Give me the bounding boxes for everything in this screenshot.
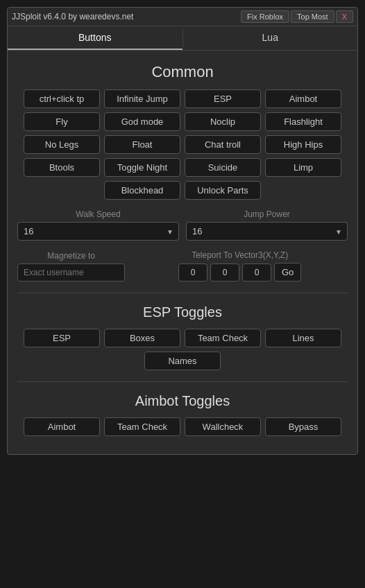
teleport-y-input[interactable] <box>210 263 239 282</box>
common-btn-13[interactable]: Toggle Night <box>104 158 180 177</box>
common-buttons-grid: ctrl+click tpInfinite JumpESPAimbotFlyGo… <box>17 89 348 200</box>
common-btn-8[interactable]: No Legs <box>24 135 100 154</box>
magnetize-teleport-row: Magnetize to Teleport To Vector3(X,Y,Z) … <box>17 250 348 282</box>
aimbot-btn-3[interactable]: Bypass <box>265 417 341 436</box>
divider-2 <box>17 381 348 382</box>
teleport-label: Teleport To Vector3(X,Y,Z) <box>192 250 288 260</box>
magnetize-input[interactable] <box>17 263 125 282</box>
tab-lua[interactable]: Lua <box>183 26 358 50</box>
aimbot-toggles-grid: AimbotTeam CheckWallcheckBypass <box>17 417 348 436</box>
divider-1 <box>17 293 348 293</box>
common-btn-6[interactable]: Noclip <box>185 112 261 131</box>
common-btn-16[interactable]: Blockhead <box>104 181 180 200</box>
app-title: JJSploit v6.4.0 by wearedevs.net <box>12 12 241 21</box>
common-btn-10[interactable]: Chat troll <box>185 135 261 154</box>
common-btn-7[interactable]: Flashlight <box>265 112 341 131</box>
walk-speed-label: Walk Speed <box>76 209 120 219</box>
common-btn-17[interactable]: Unlock Parts <box>185 181 261 200</box>
esp-btn-3[interactable]: Lines <box>265 329 341 347</box>
common-btn-2[interactable]: ESP <box>185 89 261 108</box>
common-btn-0[interactable]: ctrl+click tp <box>24 89 100 108</box>
fix-roblox-button[interactable]: Fix Roblox <box>241 10 289 23</box>
common-btn-1[interactable]: Infinite Jump <box>104 89 180 108</box>
tabs-bar: Buttons Lua <box>8 26 357 51</box>
speed-power-row: Walk Speed 163250100 ▼ Jump Power 163250… <box>17 209 348 241</box>
jump-power-group: Jump Power 163250100 ▼ <box>186 209 348 241</box>
esp-btn-4[interactable]: Names <box>144 352 221 370</box>
title-bar: JJSploit v6.4.0 by wearedevs.net Fix Rob… <box>8 8 357 26</box>
esp-btn-1[interactable]: Boxes <box>104 329 180 347</box>
common-btn-15[interactable]: Limp <box>265 158 341 177</box>
main-window: JJSploit v6.4.0 by wearedevs.net Fix Rob… <box>7 7 358 455</box>
common-btn-14[interactable]: Suicide <box>185 158 261 177</box>
magnetize-group: Magnetize to <box>17 251 125 282</box>
top-most-button[interactable]: Top Most <box>291 10 334 23</box>
walk-speed-select[interactable]: 163250100 <box>17 222 179 241</box>
aimbot-btn-1[interactable]: Team Check <box>104 417 180 436</box>
common-btn-4[interactable]: Fly <box>24 112 100 131</box>
common-btn-5[interactable]: God mode <box>104 112 180 131</box>
tab-buttons[interactable]: Buttons <box>8 26 182 50</box>
walk-speed-group: Walk Speed 163250100 ▼ <box>17 209 179 241</box>
teleport-z-input[interactable] <box>242 263 271 282</box>
close-button[interactable]: X <box>336 10 353 23</box>
teleport-inputs: Go <box>178 263 301 282</box>
jump-power-dropdown-wrapper: 163250100 ▼ <box>186 222 348 241</box>
jump-power-select[interactable]: 163250100 <box>186 222 348 241</box>
teleport-x-input[interactable] <box>178 263 207 282</box>
title-bar-buttons: Fix Roblox Top Most X <box>241 10 353 23</box>
teleport-go-button[interactable]: Go <box>274 263 301 282</box>
common-btn-9[interactable]: Float <box>104 135 180 154</box>
esp-btn-2[interactable]: Team Check <box>185 329 261 347</box>
common-btn-3[interactable]: Aimbot <box>265 89 341 108</box>
common-btn-11[interactable]: High Hips <box>265 135 341 154</box>
aimbot-btn-2[interactable]: Wallcheck <box>185 417 261 436</box>
teleport-group: Teleport To Vector3(X,Y,Z) Go <box>132 250 348 282</box>
common-section-title: Common <box>17 63 348 81</box>
common-btn-12[interactable]: Btools <box>24 158 100 177</box>
aimbot-btn-0[interactable]: Aimbot <box>24 417 100 436</box>
esp-btn-0[interactable]: ESP <box>24 329 100 347</box>
main-content: Common ctrl+click tpInfinite JumpESPAimb… <box>8 51 357 454</box>
esp-toggles-grid: ESPBoxesTeam CheckLinesNames <box>17 329 348 370</box>
jump-power-label: Jump Power <box>244 209 290 219</box>
magnetize-label: Magnetize to <box>47 251 95 261</box>
esp-toggles-title: ESP Toggles <box>17 304 348 320</box>
walk-speed-dropdown-wrapper: 163250100 ▼ <box>17 222 179 241</box>
aimbot-toggles-title: Aimbot Toggles <box>17 393 348 409</box>
